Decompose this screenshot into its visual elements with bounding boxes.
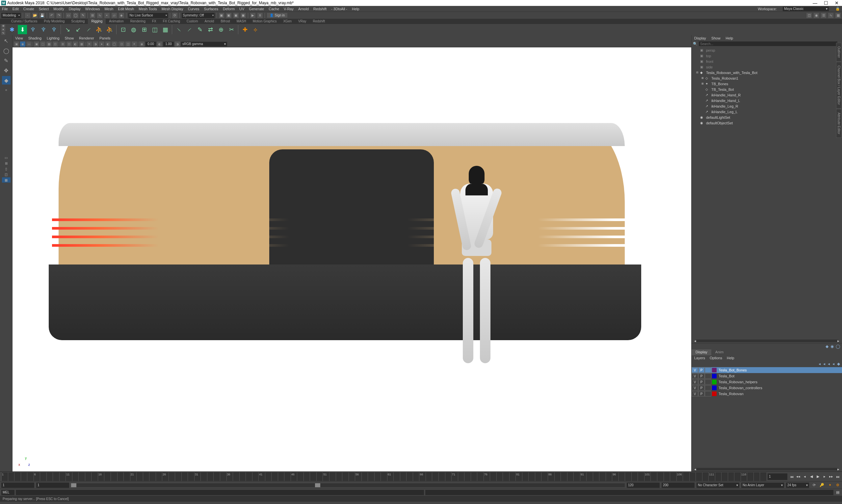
outliner-item-top[interactable]: ▣top (693, 53, 841, 58)
shelf-humanik-icon[interactable]: ⬇ (18, 25, 27, 34)
shelf-cluster-icon[interactable]: ⊞ (140, 25, 149, 34)
menu-generate[interactable]: Generate (249, 7, 264, 11)
view-bookmark-icon[interactable]: ◉ (20, 41, 25, 47)
shelf-tab-poly-modeling[interactable]: Poly Modeling (40, 19, 68, 24)
fps-dropdown[interactable]: 24 fps▾ (786, 483, 809, 488)
content-browser-icon[interactable]: ▦ (836, 13, 841, 18)
channel-box-tab[interactable]: Channel Box / Layer Editor (836, 62, 842, 109)
outliner-item-ikHandle_Hand_R[interactable]: ↗ikHandle_Hand_R (693, 92, 841, 98)
view-menu-shading[interactable]: Shading (28, 36, 41, 40)
shelf-copy-icon[interactable]: ⊕ (216, 25, 226, 34)
outliner-item-ikHandle_Hand_L[interactable]: ↗ikHandle_Hand_L (693, 98, 841, 103)
snap-live-icon[interactable]: ◈ (119, 13, 124, 18)
next-key-icon[interactable]: ▸▸ (828, 474, 834, 480)
view-menu-view[interactable]: View (15, 36, 23, 40)
new-scene-icon[interactable]: ▫ (25, 13, 30, 18)
shelf-wrap-icon[interactable]: ◫ (150, 25, 159, 34)
layer-btn-2[interactable]: ◂ (823, 362, 825, 366)
shelf-control-icon[interactable]: ⟡ (251, 25, 260, 34)
redo-icon[interactable]: ↷ (56, 13, 62, 18)
range-start-field[interactable] (1, 483, 34, 488)
ctrl-icon-3[interactable]: ◯ (836, 344, 840, 349)
shelf-collapse-icon[interactable]: ▾ (1, 28, 5, 31)
outliner-item-ikHandle_Leg_L[interactable]: ↗ikHandle_Leg_L (693, 109, 841, 114)
layer-btn-1[interactable]: ◂ (819, 362, 821, 366)
shelf-mirror-icon[interactable]: ⇄ (206, 25, 215, 34)
shelf-tab-custom[interactable]: Custom (183, 19, 201, 24)
view-xray-icon[interactable]: ◫ (125, 41, 131, 47)
loop-icon[interactable]: ⟳ (811, 482, 817, 488)
shelf-tab-xgen[interactable]: XGen (280, 19, 295, 24)
step-back-icon[interactable]: ◂ (802, 474, 808, 480)
shelf-paint-weights-icon[interactable]: ✎ (195, 25, 205, 34)
menu-edit-mesh[interactable]: Edit Mesh (118, 7, 134, 11)
layer-btn-4[interactable]: ◂ (832, 362, 835, 366)
view-textured-icon[interactable]: ▦ (79, 41, 84, 47)
menu-select[interactable]: Select (39, 7, 49, 11)
view-grid-icon[interactable]: ⊞ (60, 41, 66, 47)
view-colorspace-dropdown[interactable]: sRGB gamma▾ (181, 42, 227, 47)
undo-icon[interactable]: ↶ (49, 13, 54, 18)
outliner-item-TB_Bones[interactable]: ⊞✦TB_Bones (693, 81, 841, 87)
shelf-tab-fx-caching[interactable]: FX Caching (160, 19, 183, 24)
character-set-dropdown[interactable]: No Character Set▾ (697, 483, 739, 488)
anim-prefs-icon[interactable]: ⚙ (835, 482, 841, 488)
menu-v-ray[interactable]: V-Ray (284, 7, 294, 11)
shelf-tab-curves-surfaces[interactable]: Curves / Surfaces (8, 19, 40, 24)
shelf-tab-arnold[interactable]: Arnold (201, 19, 217, 24)
outliner-menu-display[interactable]: Display (694, 36, 706, 40)
shelf-joint2-icon[interactable]: ♆ (49, 25, 58, 34)
shelf-prune-icon[interactable]: ✂ (227, 25, 236, 34)
shelf-constraint-icon[interactable]: ⊡ (119, 25, 128, 34)
view-select-camera-icon[interactable]: ▣ (14, 41, 19, 47)
outliner-item-side[interactable]: ▣side (693, 64, 841, 70)
view-motion-blur-icon[interactable]: ◐ (105, 41, 110, 47)
shelf-ik-spline-icon[interactable]: ↙ (73, 25, 83, 34)
go-end-icon[interactable]: ⏭ (835, 474, 841, 480)
play-forward-icon[interactable]: ▶ (815, 474, 821, 480)
view-wireframe-icon[interactable]: ⊡ (67, 41, 72, 47)
layers-menu-layers[interactable]: Layers (694, 356, 705, 360)
layout-single-icon[interactable]: ▭ (2, 155, 11, 160)
outliner-tab[interactable]: Outliner (836, 43, 842, 61)
shelf-detach-icon[interactable]: ⟋ (185, 25, 194, 34)
shelf-edit-icon[interactable]: ✎ (1, 32, 5, 35)
menu-modify[interactable]: Modify (53, 7, 64, 11)
view-shaded-icon[interactable]: ◐ (73, 41, 78, 47)
view-xray-joint-icon[interactable]: ✦ (131, 41, 137, 47)
layer-new-icon[interactable]: ◆ (837, 362, 840, 366)
outliner-tree[interactable]: ▣persp▣top▣front▣side⊟◆Tesla_Robovan_wit… (691, 47, 842, 339)
attribute-editor-tab[interactable]: Attribute Editor (836, 109, 842, 138)
layers-tab-display[interactable]: Display (691, 349, 711, 355)
view-field-chart-icon[interactable]: ▦ (47, 41, 52, 47)
step-forward-icon[interactable]: ▸ (822, 474, 827, 480)
move-tool[interactable]: ✥ (2, 66, 11, 75)
menu-display[interactable]: Display (69, 7, 81, 11)
go-start-icon[interactable]: ⏮ (789, 474, 795, 480)
playback-start-field[interactable] (36, 483, 69, 488)
select-tool[interactable]: ↖ (2, 37, 11, 45)
menu-file[interactable]: File (2, 7, 8, 11)
layer-btn-3[interactable]: ◂ (828, 362, 830, 366)
paint-select-icon[interactable]: ✎ (80, 13, 86, 18)
menu-mesh-display[interactable]: Mesh Display (162, 7, 183, 11)
menu---3dtoall--[interactable]: - 3DtoAll - (331, 7, 347, 11)
script-lang-dropdown[interactable]: MEL (1, 490, 15, 495)
save-scene-icon[interactable]: 💾 (39, 13, 45, 18)
outliner-item-ikHandle_Leg_R[interactable]: ↗ikHandle_Leg_R (693, 103, 841, 109)
snap-point-icon[interactable]: • (104, 13, 110, 18)
layer-row-Tesla_Robovan[interactable]: VPTesla_Robovan (691, 391, 842, 397)
snap-curve-icon[interactable]: ∿ (97, 13, 102, 18)
outliner-hscroll[interactable]: ◂▸ (691, 339, 842, 343)
render-icon[interactable]: ▣ (219, 13, 224, 18)
shelf-figure2-icon[interactable]: ⛹ (105, 25, 114, 34)
view-menu-show[interactable]: Show (65, 36, 74, 40)
outliner-item-front[interactable]: ▣front (693, 58, 841, 64)
script-editor-icon[interactable]: ▤ (835, 489, 841, 496)
layers-menu-options[interactable]: Options (710, 356, 722, 360)
view-menu-lighting[interactable]: Lighting (47, 36, 59, 40)
view-res-gate-icon[interactable]: ▢ (40, 41, 46, 47)
layout-three-icon[interactable]: ◫ (2, 172, 11, 177)
menu-edit[interactable]: Edit (13, 7, 19, 11)
shelf-lattice-icon[interactable]: ◍ (129, 25, 138, 34)
